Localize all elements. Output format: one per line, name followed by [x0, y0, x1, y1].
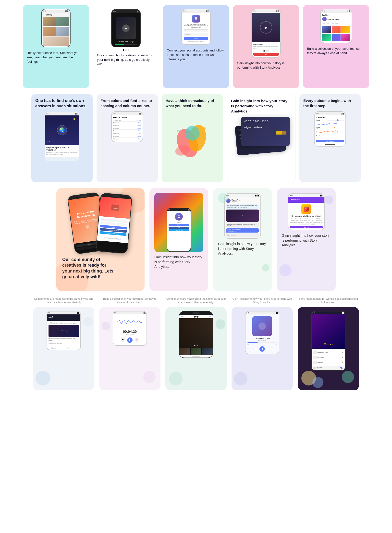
card-tissues-section-title: Story management for world's coolest bra… [298, 297, 359, 305]
card-voice: 9:41▉▉ 00:04:20 Voice record ⏹ [99, 307, 160, 390]
card-records: From colors and font-sizes to spacing an… [97, 94, 158, 182]
card-music-container: Gain insight into how your story is perf… [232, 297, 293, 390]
card-lumi-container: Components are made using the same style… [33, 297, 94, 390]
phone-chat: 9:41▉▉▉ Miguel, Ana Yesterday You assist… [224, 193, 261, 239]
space-illustration: 9:41▉▉ 🌏 ⭐ ✦ ✦ Explore space with us! To… [45, 112, 79, 161]
credit-card-display: 134 4567 8765 8333 Miguel Davidson 07/17… [231, 117, 291, 166]
tw-login-btn[interactable]: Login with Twitter [108, 232, 118, 235]
chat-date: Yesterday [232, 201, 240, 202]
card-stats-title: Every outcome begins with the first step… [303, 98, 357, 108]
signin-label[interactable]: Sign In [194, 38, 198, 39]
song-title: The Cigarette Duet [247, 337, 277, 339]
onboarding-title: Onboarding [290, 198, 323, 200]
timer-display: 00:04:20 [116, 330, 144, 334]
login-btn[interactable]: Login [112, 226, 115, 228]
card-abstract-title: Have a think consciously of what you nee… [166, 98, 219, 108]
fb-login-btn[interactable]: Login with Facebook [108, 229, 119, 232]
help-text: Need you help? [253, 44, 279, 45]
song-title-mock: The Kids Aren't Alright [114, 41, 138, 42]
card-login: 9:41▉▉ R Lisa first 10k wants to design … [163, 5, 229, 88]
card-tissues-container: Story management for world's coolest bra… [298, 297, 359, 390]
card-records-title: From colors and font-sizes to spacing an… [100, 98, 154, 108]
tissues-app-name: Tissues [315, 343, 342, 346]
card-chat: 9:41▉▉▉ Miguel, Ana Yesterday You assist… [213, 188, 272, 291]
password-label: Password [185, 34, 190, 35]
card-lumi: 9:41▉▉ lumi And this invention would cer… [33, 307, 94, 390]
phone-music: 9:41▉▉ The Cigarette Duet Unknown Artist [245, 311, 279, 354]
card-gallery-text: Really experience that. See what you see… [27, 51, 85, 64]
card-credit-title: Gain insight into how your story is perf… [231, 98, 291, 114]
back-nav[interactable]: Back [181, 316, 184, 317]
username-label: Username [185, 30, 191, 32]
row-3: Join Charlotteto be in touch Delivery a … [15, 188, 377, 291]
row-2: One has to find one's own answers in suc… [15, 94, 377, 182]
svg-point-4 [203, 127, 206, 130]
signin-link[interactable]: Sign in [117, 238, 121, 240]
card-replica: 9:41▉ ✕ ▶ The Kids Aren't Alright [93, 5, 159, 88]
svg-point-2 [185, 126, 200, 141]
phone-records: 9:41▉▉ Personal records Average Face2:34… [111, 111, 143, 142]
row-1: 9:41▉▉▉ ← Gallery Really ex [15, 5, 377, 88]
card-chat-text: Gain insight into how your story is perf… [218, 242, 267, 256]
abstract-illustration [166, 111, 219, 165]
card-profile-text: Build a collection of your favorites, so… [307, 47, 365, 55]
records-screen-title: Personal records [113, 117, 141, 118]
cardholder-front: Miguel Davidson [241, 126, 290, 129]
page-wrapper: 9:41▉▉▉ ← Gallery Really ex [0, 0, 392, 401]
row-4: Components are made using the same style… [15, 297, 377, 390]
phone-gallery: 9:41▉▉▉ ← Gallery [41, 9, 71, 47]
card-gallery: 9:41▉▉▉ ← Gallery Really ex [23, 5, 89, 88]
phone-voice: 9:41▉▉ 00:04:20 Voice record ⏹ [113, 311, 147, 346]
phone-tissues: 9:41▉▉ Tissues Lost Me Too [311, 311, 345, 371]
card-voice-container: Build a collection of your favorites, so… [99, 297, 160, 390]
card-space-title: One has to find one's own answers in suc… [35, 98, 89, 109]
card-abstract: Have a think consciously of what you nee… [162, 94, 223, 182]
space-small-text: Our app can send you everywhere, even sp… [46, 152, 78, 156]
two-phones: Join Charlotteto be in touch Delivery a … [62, 194, 139, 253]
lumi-bottom-text: And this invention would certainly have … [49, 322, 79, 324]
space-subtitle: Explore space with us! Together. [46, 146, 78, 151]
card-photo-container: Components are made using the same style… [165, 297, 227, 390]
card-analytics-1: 9:41▉▉ ▶ Need you help? Need and applica… [233, 5, 299, 88]
card-voice-section-title: Build a collection of your favorites, so… [99, 297, 160, 305]
phone-profile: 9:41☰ ▉ Profiles Flora Harrington Post A… [320, 9, 352, 43]
phone-lumi: 9:41▉▉ lumi And this invention would cer… [47, 311, 81, 350]
timer-label: Voice record [116, 334, 144, 335]
phone-login: 9:41▉▉ R Lisa first 10k wants to design … [181, 9, 211, 45]
card-charlotte: Join Charlotteto be in touch Delivery a … [56, 188, 145, 291]
card-photo: Back Next [165, 307, 227, 390]
card-onboarding-text: Gain insight into how your story is perf… [282, 233, 331, 248]
letter-r: R [195, 17, 197, 21]
phone-replica: 9:41▉ ✕ ▶ The Kids Aren't Alright [111, 9, 141, 47]
card-space: One has to find one's own answers in suc… [31, 94, 93, 182]
phone-stats: 9:41▉▉ ☰ Statistics 5,456 [314, 111, 346, 147]
next-nav[interactable]: Next [209, 316, 211, 317]
card-story-analytics-1-text: Gain insight into how your story is perf… [154, 255, 203, 269]
card-number-front: 4567 8765 8333 [241, 117, 290, 126]
profile-name: Flora Harrington [328, 18, 339, 20]
card-replica-text: Our community of creatives is ready for … [97, 53, 155, 67]
card-profile: 9:41☰ ▉ Profiles Flora Harrington Post A… [303, 5, 369, 88]
phone-analytics-1: 9:41▉▉ ▶ Need you help? Need and applica… [251, 9, 281, 58]
full-stats-btn[interactable]: Full Statistics [326, 140, 333, 142]
card-login-text: Connect your social accounts and follow … [167, 48, 225, 62]
card-credit: Gain insight into how your story is perf… [227, 94, 295, 182]
card-analytics-1-text: Gain insight into how your story is perf… [237, 61, 295, 70]
card-music-section-title: Gain insight into how your story is perf… [232, 297, 293, 305]
next-btn[interactable]: Next [265, 53, 267, 55]
login-label-left: Login [88, 243, 92, 245]
stats-screen-title: Statistics [318, 117, 326, 118]
lumi-title: lumi [49, 316, 79, 318]
card-lumi-section-title: Components are made using the same style… [33, 297, 94, 305]
card-music: 9:41▉▉ The Cigarette Duet Unknown Artist [232, 307, 293, 390]
colorful-bg: 9:41▉▉ C giovanni Login f Login with Fac… [154, 193, 203, 252]
card-stats: Every outcome begins with the first step… [299, 94, 361, 182]
hiking-headline: Oh mamma mia! Lets go hiking! [290, 215, 323, 217]
phone-photo: Back Next [179, 311, 213, 358]
card-story-analytics-1: 9:41▉▉ C giovanni Login f Login with Fac… [149, 188, 208, 291]
card-tissues: 9:41▉▉ Tissues Lost Me Too [298, 307, 359, 390]
card-onboarding: 9:41▉▉ Onboarding 🎒 Oh mamma mia! Lets g… [277, 188, 336, 291]
card-photo-section-title: Components are made using the same style… [165, 297, 227, 305]
phone-onboarding: 9:41▉▉ Onboarding 🎒 Oh mamma mia! Lets g… [288, 193, 325, 230]
svg-point-5 [177, 130, 179, 132]
